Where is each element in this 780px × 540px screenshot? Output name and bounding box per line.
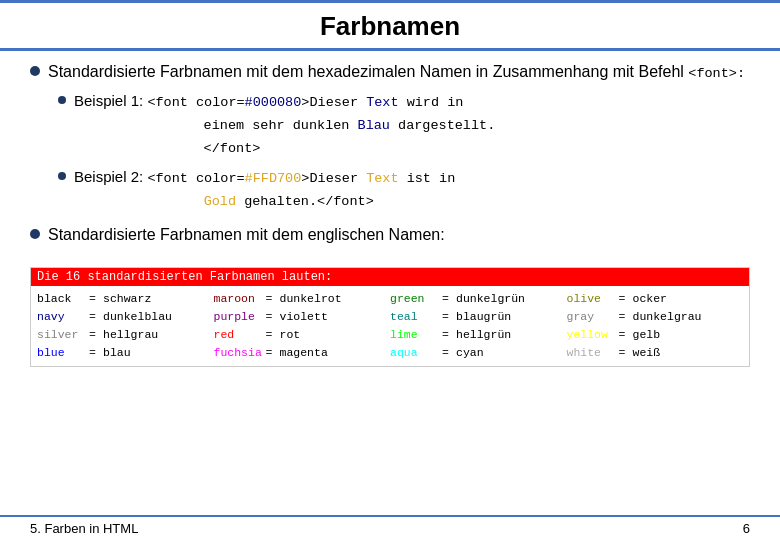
sub-text-2: Beispiel 2: <font color=#FFD700>Dieser T… — [74, 166, 455, 213]
color-table-section: Die 16 standardisierten Farbnamen lauten… — [30, 263, 750, 367]
color-row-fuchsia: fuchsia = magenta — [214, 344, 391, 361]
sub-dot-2 — [58, 172, 66, 180]
color-row-lime: lime = hellgrün — [390, 326, 567, 343]
color-row-yellow: yellow = gelb — [567, 326, 744, 343]
sub-dot-1 — [58, 96, 66, 104]
footer-left: 5. Farben in HTML — [30, 521, 138, 536]
footer-right: 6 — [743, 521, 750, 536]
slide-header: Farbnamen — [0, 0, 780, 51]
color-row-red: red = rot — [214, 326, 391, 343]
color-row-navy: navy = dunkelblau — [37, 308, 214, 325]
color-col-2: maroon = dunkelrot purple = violett red … — [214, 290, 391, 362]
bullet-dot-2 — [30, 229, 40, 239]
sub-bullets-1: Beispiel 1: <font color=#000080>Dieser T… — [48, 90, 745, 212]
color-row-white: white = weiß — [567, 344, 744, 361]
color-row-gray: gray = dunkelgrau — [567, 308, 744, 325]
slide: Farbnamen Standardisierte Farbnamen mit … — [0, 0, 780, 540]
color-table-header: Die 16 standardisierten Farbnamen lauten… — [31, 268, 749, 286]
color-col-4: olive = ocker gray = dunkelgrau yellow = — [567, 290, 744, 362]
sub-bullet-2: Beispiel 2: <font color=#FFD700>Dieser T… — [58, 166, 745, 213]
bullet-item-2: Standardisierte Farbnamen mit dem englis… — [30, 224, 750, 246]
color-col-1: black = schwarz navy = dunkelblau silver… — [37, 290, 214, 362]
color-table: Die 16 standardisierten Farbnamen lauten… — [30, 267, 750, 367]
color-row-aqua: aqua = cyan — [390, 344, 567, 361]
sub-text-1: Beispiel 1: <font color=#000080>Dieser T… — [74, 90, 495, 160]
bullet-dot-1 — [30, 66, 40, 76]
color-row-teal: teal = blaugrün — [390, 308, 567, 325]
color-row-maroon: maroon = dunkelrot — [214, 290, 391, 307]
color-col-3: green = dunkelgrün teal = blaugrün lime … — [390, 290, 567, 362]
bullet-item-1: Standardisierte Farbnamen mit dem hexade… — [30, 61, 750, 212]
color-table-body: black = schwarz navy = dunkelblau silver… — [31, 286, 749, 366]
color-row-blue: blue = blau — [37, 344, 214, 361]
bullet-text-1-label: Standardisierte Farbnamen mit dem hexade… — [48, 63, 745, 80]
color-row-black: black = schwarz — [37, 290, 214, 307]
slide-title: Farbnamen — [0, 11, 780, 42]
color-row-purple: purple = violett — [214, 308, 391, 325]
slide-content: Standardisierte Farbnamen mit dem hexade… — [0, 61, 780, 515]
bullet-text-2: Standardisierte Farbnamen mit dem englis… — [48, 224, 445, 246]
color-row-silver: silver = hellgrau — [37, 326, 214, 343]
color-row-olive: olive = ocker — [567, 290, 744, 307]
bullet-text-1: Standardisierte Farbnamen mit dem hexade… — [48, 61, 745, 212]
sub-bullet-1: Beispiel 1: <font color=#000080>Dieser T… — [58, 90, 745, 160]
slide-footer: 5. Farben in HTML 6 — [0, 515, 780, 540]
color-row-green: green = dunkelgrün — [390, 290, 567, 307]
